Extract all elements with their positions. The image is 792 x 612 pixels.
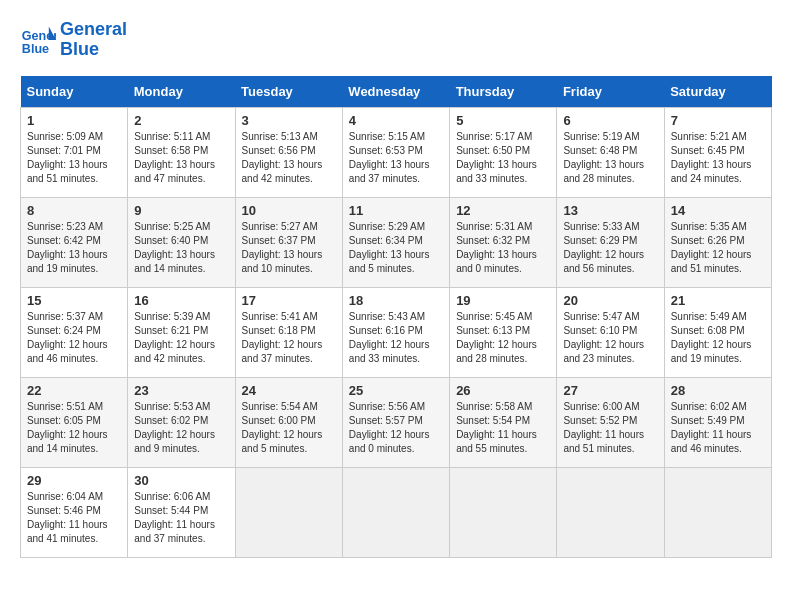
calendar-cell: 16Sunrise: 5:39 AM Sunset: 6:21 PM Dayli…: [128, 287, 235, 377]
header-sunday: Sunday: [21, 76, 128, 108]
calendar-cell: 10Sunrise: 5:27 AM Sunset: 6:37 PM Dayli…: [235, 197, 342, 287]
calendar-cell: 5Sunrise: 5:17 AM Sunset: 6:50 PM Daylig…: [450, 107, 557, 197]
day-number: 27: [563, 383, 657, 398]
calendar-cell: 7Sunrise: 5:21 AM Sunset: 6:45 PM Daylig…: [664, 107, 771, 197]
day-info: Sunrise: 6:00 AM Sunset: 5:52 PM Dayligh…: [563, 400, 657, 456]
calendar-cell: 25Sunrise: 5:56 AM Sunset: 5:57 PM Dayli…: [342, 377, 449, 467]
day-info: Sunrise: 5:51 AM Sunset: 6:05 PM Dayligh…: [27, 400, 121, 456]
day-number: 2: [134, 113, 228, 128]
day-info: Sunrise: 5:49 AM Sunset: 6:08 PM Dayligh…: [671, 310, 765, 366]
day-info: Sunrise: 5:43 AM Sunset: 6:16 PM Dayligh…: [349, 310, 443, 366]
day-number: 29: [27, 473, 121, 488]
calendar-table: SundayMondayTuesdayWednesdayThursdayFrid…: [20, 76, 772, 558]
header-saturday: Saturday: [664, 76, 771, 108]
day-number: 21: [671, 293, 765, 308]
day-number: 22: [27, 383, 121, 398]
day-number: 12: [456, 203, 550, 218]
header-wednesday: Wednesday: [342, 76, 449, 108]
calendar-cell: 24Sunrise: 5:54 AM Sunset: 6:00 PM Dayli…: [235, 377, 342, 467]
calendar-cell: 3Sunrise: 5:13 AM Sunset: 6:56 PM Daylig…: [235, 107, 342, 197]
day-info: Sunrise: 5:19 AM Sunset: 6:48 PM Dayligh…: [563, 130, 657, 186]
calendar-cell: 19Sunrise: 5:45 AM Sunset: 6:13 PM Dayli…: [450, 287, 557, 377]
calendar-cell: 17Sunrise: 5:41 AM Sunset: 6:18 PM Dayli…: [235, 287, 342, 377]
day-number: 3: [242, 113, 336, 128]
day-number: 10: [242, 203, 336, 218]
calendar-week-1: 1Sunrise: 5:09 AM Sunset: 7:01 PM Daylig…: [21, 107, 772, 197]
day-info: Sunrise: 5:27 AM Sunset: 6:37 PM Dayligh…: [242, 220, 336, 276]
day-info: Sunrise: 5:41 AM Sunset: 6:18 PM Dayligh…: [242, 310, 336, 366]
calendar-cell: 6Sunrise: 5:19 AM Sunset: 6:48 PM Daylig…: [557, 107, 664, 197]
day-number: 4: [349, 113, 443, 128]
day-number: 13: [563, 203, 657, 218]
calendar-cell: 8Sunrise: 5:23 AM Sunset: 6:42 PM Daylig…: [21, 197, 128, 287]
day-number: 23: [134, 383, 228, 398]
day-info: Sunrise: 5:13 AM Sunset: 6:56 PM Dayligh…: [242, 130, 336, 186]
calendar-cell: 22Sunrise: 5:51 AM Sunset: 6:05 PM Dayli…: [21, 377, 128, 467]
calendar-cell: 13Sunrise: 5:33 AM Sunset: 6:29 PM Dayli…: [557, 197, 664, 287]
day-info: Sunrise: 5:31 AM Sunset: 6:32 PM Dayligh…: [456, 220, 550, 276]
day-number: 19: [456, 293, 550, 308]
day-number: 16: [134, 293, 228, 308]
day-number: 24: [242, 383, 336, 398]
day-number: 30: [134, 473, 228, 488]
calendar-cell: [450, 467, 557, 557]
calendar-header-row: SundayMondayTuesdayWednesdayThursdayFrid…: [21, 76, 772, 108]
calendar-cell: 11Sunrise: 5:29 AM Sunset: 6:34 PM Dayli…: [342, 197, 449, 287]
svg-text:Blue: Blue: [22, 41, 49, 55]
calendar-cell: 14Sunrise: 5:35 AM Sunset: 6:26 PM Dayli…: [664, 197, 771, 287]
day-info: Sunrise: 5:21 AM Sunset: 6:45 PM Dayligh…: [671, 130, 765, 186]
day-info: Sunrise: 5:37 AM Sunset: 6:24 PM Dayligh…: [27, 310, 121, 366]
day-number: 1: [27, 113, 121, 128]
header-tuesday: Tuesday: [235, 76, 342, 108]
day-number: 9: [134, 203, 228, 218]
logo: General Blue General Blue: [20, 20, 127, 60]
day-info: Sunrise: 5:15 AM Sunset: 6:53 PM Dayligh…: [349, 130, 443, 186]
calendar-cell: 26Sunrise: 5:58 AM Sunset: 5:54 PM Dayli…: [450, 377, 557, 467]
calendar-cell: 2Sunrise: 5:11 AM Sunset: 6:58 PM Daylig…: [128, 107, 235, 197]
day-info: Sunrise: 5:45 AM Sunset: 6:13 PM Dayligh…: [456, 310, 550, 366]
day-info: Sunrise: 5:09 AM Sunset: 7:01 PM Dayligh…: [27, 130, 121, 186]
day-info: Sunrise: 5:29 AM Sunset: 6:34 PM Dayligh…: [349, 220, 443, 276]
day-number: 5: [456, 113, 550, 128]
day-number: 15: [27, 293, 121, 308]
calendar-cell: 23Sunrise: 5:53 AM Sunset: 6:02 PM Dayli…: [128, 377, 235, 467]
day-info: Sunrise: 5:25 AM Sunset: 6:40 PM Dayligh…: [134, 220, 228, 276]
day-info: Sunrise: 5:35 AM Sunset: 6:26 PM Dayligh…: [671, 220, 765, 276]
day-info: Sunrise: 5:39 AM Sunset: 6:21 PM Dayligh…: [134, 310, 228, 366]
header-monday: Monday: [128, 76, 235, 108]
calendar-cell: 18Sunrise: 5:43 AM Sunset: 6:16 PM Dayli…: [342, 287, 449, 377]
calendar-cell: 30Sunrise: 6:06 AM Sunset: 5:44 PM Dayli…: [128, 467, 235, 557]
calendar-cell: [557, 467, 664, 557]
day-info: Sunrise: 5:56 AM Sunset: 5:57 PM Dayligh…: [349, 400, 443, 456]
logo-text-line1: General: [60, 20, 127, 40]
day-info: Sunrise: 6:04 AM Sunset: 5:46 PM Dayligh…: [27, 490, 121, 546]
day-info: Sunrise: 6:02 AM Sunset: 5:49 PM Dayligh…: [671, 400, 765, 456]
calendar-cell: 28Sunrise: 6:02 AM Sunset: 5:49 PM Dayli…: [664, 377, 771, 467]
day-number: 17: [242, 293, 336, 308]
calendar-week-4: 22Sunrise: 5:51 AM Sunset: 6:05 PM Dayli…: [21, 377, 772, 467]
day-info: Sunrise: 5:11 AM Sunset: 6:58 PM Dayligh…: [134, 130, 228, 186]
page-header: General Blue General Blue: [20, 20, 772, 60]
calendar-cell: 29Sunrise: 6:04 AM Sunset: 5:46 PM Dayli…: [21, 467, 128, 557]
logo-icon: General Blue: [20, 22, 56, 58]
day-info: Sunrise: 5:53 AM Sunset: 6:02 PM Dayligh…: [134, 400, 228, 456]
day-info: Sunrise: 5:58 AM Sunset: 5:54 PM Dayligh…: [456, 400, 550, 456]
calendar-cell: 15Sunrise: 5:37 AM Sunset: 6:24 PM Dayli…: [21, 287, 128, 377]
day-info: Sunrise: 6:06 AM Sunset: 5:44 PM Dayligh…: [134, 490, 228, 546]
logo-text-line2: Blue: [60, 40, 127, 60]
day-number: 25: [349, 383, 443, 398]
day-info: Sunrise: 5:17 AM Sunset: 6:50 PM Dayligh…: [456, 130, 550, 186]
day-number: 14: [671, 203, 765, 218]
calendar-cell: 21Sunrise: 5:49 AM Sunset: 6:08 PM Dayli…: [664, 287, 771, 377]
day-number: 26: [456, 383, 550, 398]
day-info: Sunrise: 5:54 AM Sunset: 6:00 PM Dayligh…: [242, 400, 336, 456]
day-info: Sunrise: 5:47 AM Sunset: 6:10 PM Dayligh…: [563, 310, 657, 366]
day-info: Sunrise: 5:23 AM Sunset: 6:42 PM Dayligh…: [27, 220, 121, 276]
day-number: 18: [349, 293, 443, 308]
day-number: 8: [27, 203, 121, 218]
calendar-cell: 20Sunrise: 5:47 AM Sunset: 6:10 PM Dayli…: [557, 287, 664, 377]
calendar-cell: 4Sunrise: 5:15 AM Sunset: 6:53 PM Daylig…: [342, 107, 449, 197]
calendar-week-2: 8Sunrise: 5:23 AM Sunset: 6:42 PM Daylig…: [21, 197, 772, 287]
calendar-cell: 1Sunrise: 5:09 AM Sunset: 7:01 PM Daylig…: [21, 107, 128, 197]
calendar-cell: [664, 467, 771, 557]
